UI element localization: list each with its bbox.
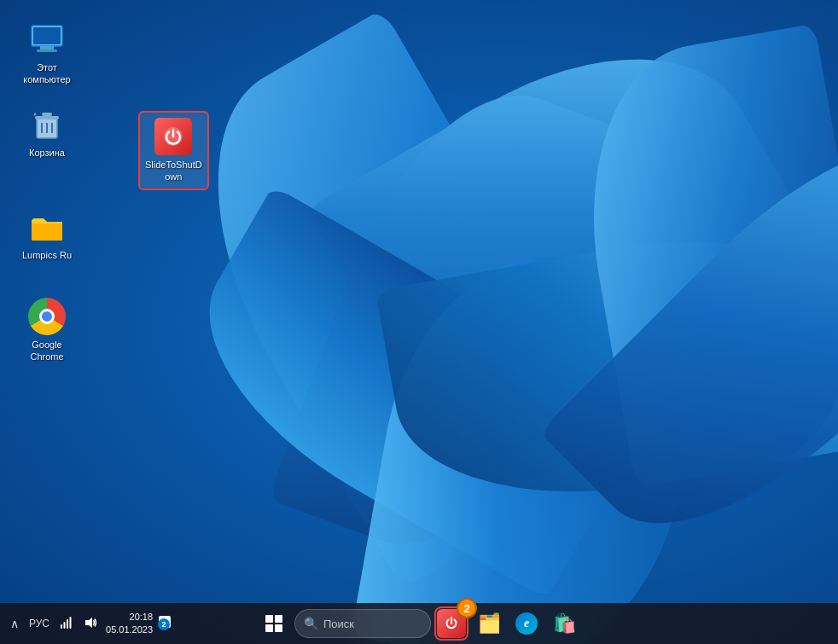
desktop-icon-lumpics-ru[interactable]: Lumpics Ru: [13, 205, 81, 264]
google-chrome-label: GoogleChrome: [30, 339, 63, 363]
desktop-icon-this-computer[interactable]: Этоткомпьютер: [13, 17, 81, 90]
computer-icon-label: Этоткомпьютер: [23, 61, 70, 86]
step-badge-2: 2: [457, 598, 477, 618]
svg-rect-2: [40, 46, 54, 49]
tray-time: 20:18: [106, 611, 153, 624]
language-label: РУС: [29, 618, 49, 629]
tray-chevron[interactable]: ∧: [7, 613, 22, 634]
notification-badge: 2: [158, 618, 170, 630]
start-button[interactable]: [257, 606, 291, 641]
svg-rect-6: [42, 113, 52, 116]
tray-volume-icon[interactable]: [80, 612, 101, 635]
slidetoshutdown-label: SlideToShutDown: [145, 159, 202, 183]
edge-icon: e: [515, 612, 538, 635]
windows-logo-icon: [265, 615, 282, 632]
computer-icon: [28, 20, 66, 58]
notification-area[interactable]: 2: [158, 615, 172, 632]
taskbar: 🔍 Поиск 2 🗂️ e 🛍️: [0, 603, 838, 644]
recycle-bin-label: Корзина: [29, 147, 65, 159]
tray-network-icon[interactable]: [56, 612, 77, 635]
search-icon: 🔍: [304, 617, 318, 630]
tray-language[interactable]: РУС: [26, 616, 53, 631]
system-tray: ∧ РУС: [7, 611, 172, 637]
lumpics-ru-label: Lumpics Ru: [22, 249, 72, 261]
search-label: Поиск: [323, 618, 354, 630]
taskbar-app-store[interactable]: 🛍️: [547, 606, 581, 641]
taskbar-app-edge[interactable]: e: [509, 606, 544, 641]
tray-clock[interactable]: 20:18 05.01.2023: [106, 611, 153, 637]
svg-marker-15: [85, 618, 92, 628]
chevron-icon: ∧: [10, 617, 19, 630]
tray-date: 05.01.2023: [106, 624, 153, 636]
desktop-icon-google-chrome[interactable]: GoogleChrome: [13, 294, 81, 367]
taskbar-center: 🔍 Поиск 2 🗂️ e 🛍️: [257, 606, 581, 641]
tray-icons: ∧ РУС: [7, 612, 101, 635]
recycle-bin-icon: [28, 106, 66, 143]
chrome-icon: [28, 298, 66, 335]
slidetoshutdown-icon: [154, 118, 192, 155]
taskbar-app-slidetoshutdown[interactable]: 2: [434, 606, 468, 641]
file-explorer-icon: 🗂️: [478, 612, 501, 635]
store-icon: 🛍️: [553, 612, 576, 635]
taskbar-app-file-explorer[interactable]: 🗂️: [472, 606, 506, 641]
svg-rect-12: [64, 622, 66, 629]
desktop: Этоткомпьютер Корзина Lumpics Ru: [0, 0, 838, 603]
taskbar-search[interactable]: 🔍 Поиск: [294, 609, 431, 638]
svg-rect-1: [33, 27, 61, 44]
folder-icon: [28, 208, 66, 246]
svg-rect-13: [67, 619, 68, 629]
svg-rect-5: [35, 116, 59, 119]
svg-rect-11: [61, 624, 62, 629]
svg-rect-3: [37, 49, 57, 52]
desktop-icon-recycle-bin[interactable]: Корзина: [13, 102, 81, 162]
desktop-icon-slidetoshutdown[interactable]: SlideToShutDown: [138, 111, 209, 190]
svg-rect-14: [70, 617, 72, 629]
